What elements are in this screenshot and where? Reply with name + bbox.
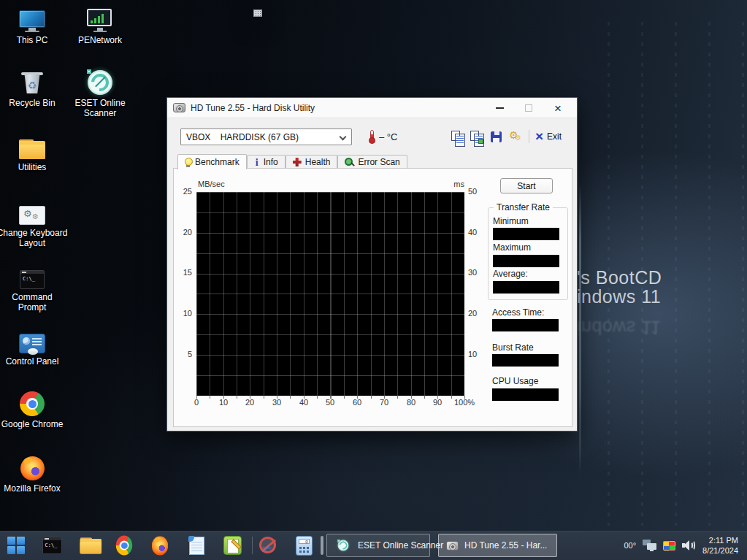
- toolbar-separator: [529, 130, 529, 143]
- desktop-icon-command-prompt[interactable]: C:\_ Command Prompt: [0, 263, 67, 312]
- this-pc-icon: [19, 10, 45, 32]
- x-tick: 10: [209, 398, 238, 407]
- temperature-readout: – °C: [379, 131, 397, 142]
- display-color-icon[interactable]: [663, 541, 675, 551]
- x-tick: 90: [423, 398, 452, 407]
- tab-benchmark[interactable]: Benchmark: [177, 154, 247, 169]
- control-panel-icon: [19, 334, 45, 353]
- penetwork-icon: [87, 9, 113, 32]
- taskbar-mozilla-firefox[interactable]: [150, 535, 170, 556]
- desktop-icon-penetwork[interactable]: PENetwork: [65, 6, 135, 45]
- y-left-tick: 10: [172, 309, 192, 318]
- desktop-icon-recycle-bin[interactable]: ♻ Recycle Bin: [0, 69, 67, 108]
- y-right-tick: 40: [468, 228, 486, 237]
- command-prompt-icon: C:\_: [20, 270, 45, 289]
- folder-icon: [80, 537, 97, 554]
- taskbar-notepad-plus-plus[interactable]: [222, 535, 242, 556]
- desktop-icon-eset-online-scanner[interactable]: ESET Online Scanner: [65, 69, 135, 118]
- start-button[interactable]: [6, 535, 26, 556]
- y-right-tick: 30: [468, 268, 486, 277]
- system-tray: 00° 2:11 PM 8/21/2024: [624, 531, 738, 560]
- benchmark-chart-plot: [196, 192, 464, 396]
- tray-temperature[interactable]: 00°: [624, 541, 636, 550]
- x-tick: 40: [289, 398, 318, 407]
- average-value-display: [493, 281, 559, 294]
- copy-text-button[interactable]: [449, 129, 465, 144]
- y-left-tick: 5: [172, 350, 192, 358]
- taskbar-notepad[interactable]: [186, 535, 207, 556]
- desktop-icon-mozilla-firefox[interactable]: Mozilla Firefox: [0, 454, 67, 494]
- desktop-icon-utilities[interactable]: Utilities: [0, 133, 67, 172]
- thermometer-icon: [369, 130, 375, 144]
- close-button[interactable]: ×: [543, 99, 572, 118]
- taskbar-task-hd-tune[interactable]: HD Tune 2.55 - Har...: [438, 534, 557, 557]
- x-tick: 70: [369, 398, 399, 407]
- save-icon: [491, 131, 502, 142]
- tray-clock[interactable]: 2:11 PM 8/21/2024: [702, 535, 738, 556]
- hd-tune-window: HD Tune 2.55 - Hard Disk Utility × VBOX …: [166, 97, 578, 431]
- desktop-icon-this-pc[interactable]: This PC: [0, 6, 67, 45]
- command-prompt-icon: C:\_: [42, 537, 62, 554]
- desktop-icon-control-panel[interactable]: Control Panel: [0, 327, 67, 367]
- tab-health[interactable]: Health: [286, 155, 338, 169]
- desktop-icon-google-chrome[interactable]: Google Chrome: [0, 390, 67, 429]
- x-tick: 30: [262, 398, 291, 407]
- minimize-button[interactable]: [485, 99, 514, 118]
- magnifier-icon: [345, 158, 354, 167]
- tab-info[interactable]: i Info: [247, 155, 286, 169]
- eset-icon: [88, 70, 112, 95]
- keyboard-settings-icon: ⚙⚙: [19, 206, 45, 225]
- y-right-tick: 20: [468, 309, 486, 318]
- drive-select-dropdown[interactable]: VBOX HARDDISK (67 GB): [180, 129, 352, 145]
- recycle-bin-icon: ♻: [21, 72, 43, 95]
- hd-tune-app-icon: [446, 541, 459, 551]
- desktop-icon-change-keyboard-layout[interactable]: ⚙⚙ Change Keyboard Layout: [0, 199, 77, 248]
- exit-button[interactable]: × Exit: [535, 129, 562, 144]
- volume-icon[interactable]: [682, 540, 696, 551]
- wallpaper-text-reflection: indows 11: [577, 317, 661, 338]
- network-icon[interactable]: [643, 540, 656, 551]
- desktop: 's BootCD indows 11 indows 11 This PC ♻ …: [0, 0, 747, 560]
- health-cross-icon: [293, 158, 302, 166]
- transfer-rate-groupbox: Transfer Rate Minimum Maximum Average:: [488, 207, 568, 300]
- save-button[interactable]: [488, 129, 504, 144]
- window-title: HD Tune 2.55 - Hard Disk Utility: [191, 103, 315, 113]
- firefox-icon: [20, 456, 45, 480]
- copy-image-icon: [470, 131, 483, 143]
- screenshot-tool-icon: ✂: [258, 536, 278, 556]
- x-tick: 20: [235, 398, 264, 407]
- minimum-label: Minimum: [493, 216, 529, 226]
- taskbar-command-prompt[interactable]: C:\_: [42, 535, 62, 556]
- start-benchmark-button[interactable]: Start: [500, 178, 553, 193]
- folder-icon: [19, 139, 45, 159]
- taskbar-file-explorer[interactable]: [78, 535, 99, 556]
- chrome-icon: [20, 391, 45, 416]
- chrome-icon: [116, 535, 132, 555]
- copy-image-button[interactable]: [468, 129, 484, 144]
- drive-select-value: VBOX HARDDISK (67 GB): [186, 132, 299, 142]
- calculator-icon: 0: [296, 536, 313, 556]
- y-right-tick: 10: [468, 350, 486, 358]
- info-icon: i: [254, 158, 260, 167]
- y-left-tick: 15: [172, 268, 192, 277]
- wallpaper-text-bootcd: 's BootCD: [577, 267, 662, 288]
- title-bar[interactable]: HD Tune 2.55 - Hard Disk Utility ×: [167, 98, 577, 118]
- benchmark-bulb-icon: [185, 158, 191, 167]
- average-label: Average:: [493, 269, 528, 279]
- exit-x-icon: ×: [535, 130, 543, 143]
- tab-error-scan[interactable]: Error Scan: [337, 155, 407, 169]
- wallpaper-text-windows11: indows 11: [577, 286, 661, 307]
- x-tick: 60: [342, 398, 372, 407]
- x-tick: 0: [182, 398, 211, 407]
- taskbar-screenshot-tool[interactable]: ✂: [258, 535, 278, 556]
- taskbar-calculator[interactable]: 0: [294, 535, 314, 556]
- taskbar-task-eset[interactable]: ESET Online Scanner: [326, 534, 430, 557]
- notepad-plus-plus-icon: [223, 536, 242, 555]
- maximum-label: Maximum: [493, 242, 531, 253]
- options-button[interactable]: ⚙⚙: [507, 129, 524, 144]
- taskbar-separator: [252, 537, 253, 554]
- windows-start-icon: [7, 537, 25, 554]
- burst-rate-label: Burst Rate: [492, 342, 534, 353]
- taskbar-google-chrome[interactable]: [114, 535, 134, 556]
- x-tick: 50: [315, 398, 345, 407]
